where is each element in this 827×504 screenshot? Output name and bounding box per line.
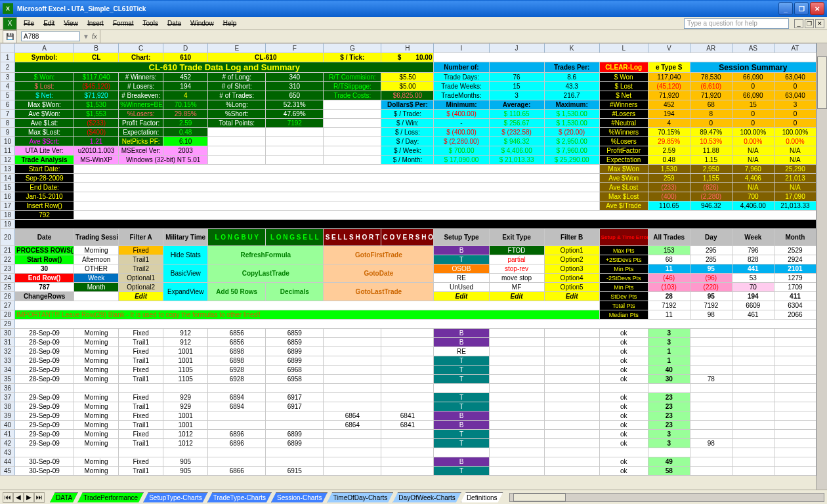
data-row[interactable]: 38 29-Sep-09MorningTrail1929 68946917 T …	[1, 402, 816, 411]
menu-view[interactable]: View	[60, 18, 82, 28]
menu-data[interactable]: Data	[163, 18, 185, 28]
goto-last-trade-button[interactable]: GotoLastTrade	[324, 283, 434, 301]
menu-window[interactable]: Window	[186, 18, 218, 28]
minimize-button[interactable]: _	[778, 2, 793, 15]
important-note: IMPORTANT!!! Leave Row(29) Blank - It is…	[15, 310, 600, 320]
chart-label: Chart:	[119, 53, 163, 62]
data-row[interactable]: 42 29-Sep-09MorningTrail11012 68966899 T…	[1, 439, 816, 448]
menu-tools[interactable]: Tools	[139, 18, 162, 28]
clear-log-button[interactable]: CLEAR-Log	[599, 62, 648, 73]
decimals-button[interactable]: Decimals	[266, 283, 324, 301]
titlebar: X Microsoft Excel - UTA_Simple_CL610Tick…	[0, 0, 827, 17]
symbol[interactable]: CL	[74, 53, 119, 62]
excel-icon: X	[3, 3, 13, 14]
sheet-tabs: ⏮ ◀ ▶ ⏭ DATA TradePerformance SetupType-…	[0, 490, 827, 504]
tab-session[interactable]: Session-Charts	[271, 492, 328, 503]
pertick-label: $ / Tick:	[324, 53, 381, 62]
edit-button[interactable]: Edit	[119, 292, 163, 301]
help-search[interactable]: Type a question for help	[684, 18, 789, 29]
data-row[interactable]: 30 28-Sep-09MorningFixed912 68566859 B o…	[1, 329, 816, 338]
vertical-scrollbar[interactable]	[816, 43, 827, 490]
tab-tradeperf[interactable]: TradePerformance	[77, 492, 144, 503]
col-headers[interactable]: ABCD EFGH IJKL VARASAT	[1, 44, 816, 53]
start-row-button[interactable]: Start Row()	[15, 255, 74, 264]
menu-help[interactable]: Help	[219, 18, 241, 28]
data-row[interactable]: 34 28-Sep-09MorningFixed1105 69286968 T …	[1, 366, 816, 375]
mdi-restore[interactable]: ❐	[805, 19, 814, 28]
menubar: X File Edit View Insert Format Tools Dat…	[0, 17, 827, 30]
fx-icon[interactable]: fx	[92, 33, 97, 40]
tab-last[interactable]: ⏭	[34, 492, 45, 503]
add-50-rows-button[interactable]: Add 50 Rows	[208, 283, 266, 301]
tab-data[interactable]: DATA	[50, 492, 78, 503]
basic-view-button[interactable]: BasicView	[163, 264, 208, 283]
expand-view-button[interactable]: ExpandView	[163, 283, 208, 301]
tab-setup[interactable]: SetupType-Charts	[143, 492, 208, 503]
formula-input[interactable]	[100, 30, 824, 43]
window-title: Microsoft Excel - UTA_Simple_CL610Tick	[17, 5, 146, 12]
pertick[interactable]: $ 10.00	[381, 53, 434, 62]
name-box[interactable]: A788	[21, 32, 80, 41]
mdi-minimize[interactable]: _	[794, 19, 803, 28]
title: CL-610 Trade Data Log and Summary	[15, 62, 434, 73]
edit-button-3[interactable]: Edit	[489, 292, 544, 301]
hide-stats-button[interactable]: Hide Stats	[163, 246, 208, 264]
edit-button-2[interactable]: Edit	[434, 292, 489, 301]
tab-tradetype[interactable]: TradeType-Charts	[207, 492, 272, 503]
data-row[interactable]: 44 30-Sep-09MorningFixed905 B ok 49	[1, 457, 816, 467]
tab-timeofday[interactable]: TimeOfDay-Charts	[327, 492, 393, 503]
refresh-formula-button[interactable]: RefreshFormula	[208, 246, 324, 264]
data-row[interactable]: 43	[1, 448, 816, 457]
copy-last-trade-button[interactable]: CopyLastTrade	[208, 264, 324, 283]
insert-row-button[interactable]: Insert Row()	[15, 201, 74, 211]
change-rows-button[interactable]: ChangeRows	[15, 292, 74, 301]
process-rows-button[interactable]: PROCESS ROWS()	[15, 246, 74, 255]
data-row[interactable]: 31 28-Sep-09MorningTrail1912 68566859 B …	[1, 338, 816, 347]
tab-first[interactable]: ⏮	[3, 492, 13, 503]
data-row[interactable]: 40 29-Sep-09MorningTrail11001 68646841 B…	[1, 421, 816, 430]
maximize-button[interactable]: ❐	[794, 2, 809, 15]
mdi-close[interactable]: ✕	[815, 19, 824, 28]
edit-button-4[interactable]: Edit	[544, 292, 599, 301]
save-icon[interactable]: 💾	[3, 30, 17, 43]
menu-insert[interactable]: Insert	[83, 18, 108, 28]
data-row[interactable]: 39 29-Sep-09MorningFixed1001 68646841 B …	[1, 411, 816, 421]
app-icon[interactable]: X	[3, 17, 17, 30]
formula-bar: 💾 A788 ▼ fx	[0, 30, 827, 43]
menu-edit[interactable]: Edit	[39, 18, 58, 28]
tab-dayofweek[interactable]: DayOfWeek-Charts	[392, 492, 461, 503]
data-row[interactable]: 41 29-Sep-09MorningFixed1012 68966899 T …	[1, 430, 816, 439]
trade-analysis[interactable]: Trade Analysis	[15, 156, 74, 165]
goto-first-trade-button[interactable]: GotoFirstTrade	[324, 246, 434, 264]
goto-date-button[interactable]: GotoDate	[324, 264, 434, 283]
menu-format[interactable]: Format	[109, 18, 138, 28]
close-button[interactable]: ✕	[810, 2, 824, 15]
menu-file[interactable]: File	[20, 18, 38, 28]
data-row[interactable]: 33 28-Sep-09MorningTrail11001 68986899 T…	[1, 356, 816, 366]
ver-label: UTA Lite Ver:	[15, 146, 74, 156]
tab-prev[interactable]: ◀	[13, 492, 24, 503]
data-row[interactable]: 37 29-Sep-09MorningFixed929 68946917 T o…	[1, 393, 816, 402]
data-row[interactable]: 32 28-Sep-09MorningFixed1001 68986899 RE…	[1, 347, 816, 356]
combo: CL-610	[208, 53, 324, 62]
spreadsheet[interactable]: ABCD EFGH IJKL VARASAT 1 Symbol: CL Char…	[0, 43, 827, 476]
data-row[interactable]: 36	[1, 384, 816, 393]
data-row[interactable]: 45 30-Sep-09MorningTrail1905 68666915 T …	[1, 467, 816, 476]
horizontal-scrollbar[interactable]	[509, 493, 824, 502]
chart[interactable]: 610	[163, 53, 208, 62]
end-row-button[interactable]: End Row()	[15, 274, 74, 283]
tab-next[interactable]: ▶	[24, 492, 34, 503]
tab-definitions[interactable]: Definitions	[461, 492, 503, 503]
data-row[interactable]: 35 28-Sep-09MorningTrail11105 69286958 T…	[1, 375, 816, 384]
symbol-label: Symbol:	[15, 53, 74, 62]
